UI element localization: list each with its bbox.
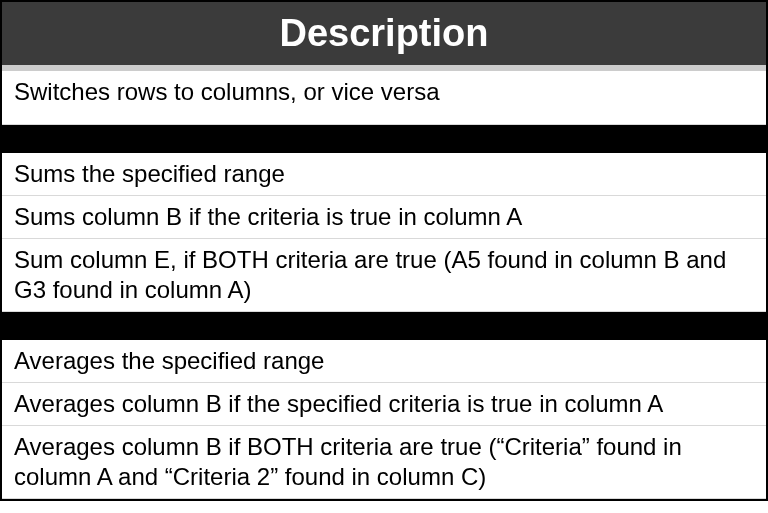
cell-text: Switches rows to columns, or vice versa: [14, 78, 439, 105]
section-break: [2, 125, 766, 153]
table-row: Sum column E, if BOTH criteria are true …: [2, 239, 766, 312]
table-row: Averages the specified range: [2, 340, 766, 383]
table-row: Sums column B if the criteria is true in…: [2, 196, 766, 239]
section-break: [2, 312, 766, 340]
cell-text: Averages column B if the specified crite…: [14, 390, 663, 417]
table-header: Description: [2, 2, 766, 71]
cell-text: Averages the specified range: [14, 347, 324, 374]
cell-text: Sums the specified range: [14, 160, 285, 187]
table-row: Sums the specified range: [2, 153, 766, 196]
table-row: Averages column B if the specified crite…: [2, 383, 766, 426]
cell-text: Sum column E, if BOTH criteria are true …: [14, 246, 726, 303]
header-title: Description: [279, 12, 488, 54]
table-row: Averages column B if BOTH criteria are t…: [2, 426, 766, 499]
description-table: Description Switches rows to columns, or…: [0, 0, 768, 501]
cell-text: Averages column B if BOTH criteria are t…: [14, 433, 682, 490]
cell-text: Sums column B if the criteria is true in…: [14, 203, 522, 230]
table-row: Switches rows to columns, or vice versa: [2, 71, 766, 125]
